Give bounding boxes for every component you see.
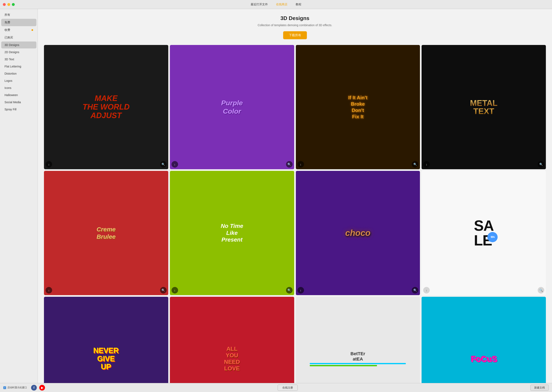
card-text: choco — [345, 228, 371, 238]
card-focus[interactable]: FoCuS ↓ 🔍 — [422, 297, 546, 383]
sidebar-item-paid[interactable]: 收费 — [1, 26, 36, 34]
card-overlay: ↓ 🔍 — [171, 287, 293, 294]
startup-label: 启动时显示此窗口 — [7, 386, 27, 389]
card-text: SALE 50% — [474, 218, 494, 248]
preview-button[interactable]: 🔍 — [286, 161, 293, 168]
social-icons: f ▶ — [31, 385, 45, 391]
content-area: 3D Designs Collection of templates demoi… — [38, 9, 552, 383]
sidebar-item-3d-text[interactable]: 3D Text — [1, 56, 36, 63]
card-text: ALLYOUNEEDLOVE — [224, 346, 240, 372]
card-brake[interactable]: If It Ain'tBrokeDon'tFix It ↓ 🔍 — [296, 45, 420, 169]
card-text: If It Ain'tBrokeDon'tFix It — [348, 94, 367, 120]
facebook-icon[interactable]: f — [31, 385, 37, 391]
download-all-button[interactable]: 下载所有 — [283, 31, 307, 39]
sidebar-item-purchased[interactable]: 已购买 — [1, 34, 36, 41]
card-choco[interactable]: choco ↓ 🔍 — [296, 171, 420, 295]
sidebar-item-flat-lettering[interactable]: Flat Lettering — [1, 63, 36, 70]
preview-button[interactable]: 🔍 — [412, 161, 418, 168]
card-overlay: ↓ 🔍 — [171, 161, 293, 168]
sidebar-item-3d-designs[interactable]: 3D Designs — [1, 42, 36, 49]
card-text: NEVERGIVEUP — [93, 347, 119, 371]
card-purple-color[interactable]: PurpleColor ↓ 🔍 — [170, 45, 294, 169]
card-overlay: ↓ 🔍 — [46, 287, 167, 294]
sidebar-item-free[interactable]: 免费 — [1, 19, 36, 26]
card-text: METALTEXT — [470, 99, 498, 115]
card-never-give-up[interactable]: NEVERGIVEUP ↓ 🔍 — [44, 297, 168, 383]
preview-button[interactable]: 🔍 — [538, 161, 544, 168]
tab-store[interactable]: 在线商店 — [276, 3, 287, 6]
card-text: FoCuS — [471, 354, 497, 363]
page-subtitle: Collection of templates demoing combinat… — [44, 23, 546, 27]
card-text: MAKEthe WORLDADJUST — [83, 94, 130, 120]
tab-tutorial[interactable]: 教程 — [296, 3, 301, 6]
card-metal-text[interactable]: METALTEXT ↓ 🔍 — [422, 45, 546, 169]
sidebar-item-2d-designs[interactable]: 2D Designs — [1, 49, 36, 56]
card-text: No TimeLikePresent — [221, 223, 243, 243]
sidebar-item-logos[interactable]: Logos — [1, 77, 36, 84]
card-text: BetTEratEA — [350, 351, 365, 362]
card-better-tea[interactable]: BetTEratEA ↓ 🔍 — [296, 297, 420, 383]
bottom-bar: ✓ 启动时显示此窗口 f ▶ 在线注册 新建文档 — [0, 383, 552, 392]
card-overlay: ↓ 🔍 — [423, 287, 544, 294]
startup-checkbox[interactable]: ✓ — [3, 386, 6, 389]
bottom-center: 在线注册 — [45, 385, 530, 391]
card-make-world[interactable]: MAKEthe WORLDADJUST ↓ 🔍 — [44, 45, 168, 169]
sidebar-item-all[interactable]: 所有 — [1, 11, 36, 19]
sidebar-item-spray-fill[interactable]: Spray Fill — [1, 106, 36, 113]
traffic-lights — [3, 3, 15, 6]
sale-badge: 50% — [487, 232, 498, 242]
card-overlay: ↓ 🔍 — [297, 161, 418, 168]
card-no-time[interactable]: No TimeLikePresent ↓ 🔍 — [170, 171, 294, 295]
maximize-button[interactable] — [12, 3, 15, 6]
card-sale[interactable]: SALE 50% ↓ 🔍 — [422, 171, 546, 295]
download-button[interactable]: ↓ — [297, 161, 304, 168]
card-love[interactable]: ALLYOUNEEDLOVE ↓ 🔍 — [170, 297, 294, 383]
youtube-icon[interactable]: ▶ — [39, 385, 45, 391]
download-button[interactable]: ↓ — [171, 287, 178, 294]
card-grid: MAKEthe WORLDADJUST ↓ 🔍 PurpleColor ↓ 🔍 — [44, 45, 546, 383]
close-button[interactable] — [3, 3, 6, 6]
download-button[interactable]: ↓ — [171, 161, 178, 168]
title-bar: 最近打开文件 在线商店 教程 — [0, 0, 552, 9]
preview-button[interactable]: 🔍 — [286, 287, 293, 294]
tab-recent[interactable]: 最近打开文件 — [251, 3, 268, 6]
startup-check: ✓ 启动时显示此窗口 — [3, 386, 27, 389]
main-layout: 所有 免费 收费 已购买 3D Designs 2D Designs 3D Te… — [0, 9, 552, 383]
page-title: 3D Designs — [44, 15, 546, 21]
paid-dot — [31, 29, 33, 31]
sidebar-item-distortion[interactable]: Distortion — [1, 70, 36, 77]
nav-tabs: 最近打开文件 在线商店 教程 — [251, 3, 301, 6]
sidebar-item-social-media[interactable]: Social Media — [1, 99, 36, 106]
card-text: CremeBrulee — [97, 226, 115, 240]
sidebar-item-halloween[interactable]: Halloween — [1, 91, 36, 98]
download-button[interactable]: ↓ — [46, 287, 52, 294]
minimize-button[interactable] — [7, 3, 10, 6]
preview-button[interactable]: 🔍 — [412, 287, 418, 294]
register-button[interactable]: 在线注册 — [278, 385, 298, 391]
sidebar-item-icons[interactable]: Icons — [1, 84, 36, 91]
preview-button[interactable]: 🔍 — [160, 161, 167, 168]
card-overlay: ↓ 🔍 — [423, 161, 544, 168]
download-button[interactable]: ↓ — [423, 161, 430, 168]
download-button[interactable]: ↓ — [46, 161, 52, 168]
card-text: PurpleColor — [221, 99, 243, 115]
card-overlay: ↓ 🔍 — [297, 287, 418, 294]
download-button[interactable]: ↓ — [297, 287, 304, 294]
bottom-left: ✓ 启动时显示此窗口 — [3, 386, 27, 389]
new-document-button[interactable]: 新建文档 — [530, 385, 549, 391]
preview-button[interactable]: 🔍 — [538, 287, 544, 294]
card-overlay: ↓ 🔍 — [46, 161, 167, 168]
preview-button[interactable]: 🔍 — [160, 287, 167, 294]
sidebar: 所有 免费 收费 已购买 3D Designs 2D Designs 3D Te… — [0, 9, 38, 383]
download-button[interactable]: ↓ — [423, 287, 430, 294]
card-creme-brulee[interactable]: CremeBrulee ↓ 🔍 — [44, 171, 168, 295]
